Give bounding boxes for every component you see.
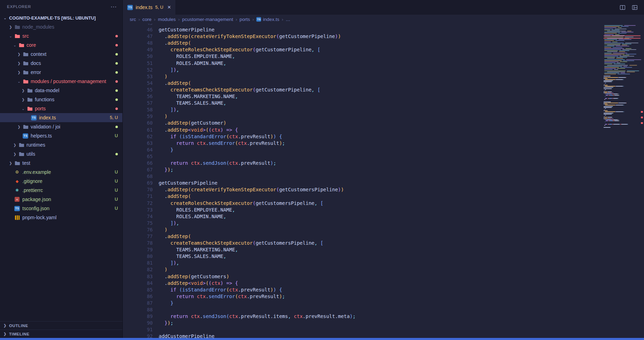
line-number[interactable]: 65 bbox=[123, 153, 159, 160]
line-number[interactable]: 66 bbox=[123, 160, 159, 167]
code-line[interactable]: 91 bbox=[123, 326, 644, 333]
tree-item-pnpm-lock-yaml[interactable]: pnpm-lock.yaml bbox=[0, 213, 122, 222]
more-actions-icon[interactable]: ⋯ bbox=[111, 3, 117, 10]
customize-layout-icon[interactable] bbox=[632, 5, 638, 10]
line-number[interactable]: 75 bbox=[123, 220, 159, 227]
code-line[interactable]: 73 ROLES.EMPLOYEE.NAME, bbox=[123, 207, 644, 213]
line-number[interactable]: 58 bbox=[123, 106, 159, 113]
tree-item-helpers-ts[interactable]: TShelpers.tsU bbox=[0, 131, 122, 140]
line-number[interactable]: 74 bbox=[123, 213, 159, 220]
line-number[interactable]: 81 bbox=[123, 260, 159, 266]
line-number[interactable]: 64 bbox=[123, 147, 159, 153]
tree-item-env-example[interactable]: ⚙.env.exampleU bbox=[0, 168, 122, 177]
code-line[interactable]: 53 ) bbox=[123, 73, 644, 80]
code-line[interactable]: 78 createTeamsCheckStepExecutor(getCusto… bbox=[123, 240, 644, 246]
tree-item-gitignore[interactable]: ◆.gitignoreU bbox=[0, 177, 122, 186]
line-number[interactable]: 83 bbox=[123, 273, 159, 280]
code-line[interactable]: 54 .addStep( bbox=[123, 80, 644, 87]
close-icon[interactable]: × bbox=[167, 4, 171, 11]
code-line[interactable]: 81 ]), bbox=[123, 260, 644, 266]
code-line[interactable]: 47 .addStep(createVerifyTokenStepExecuto… bbox=[123, 33, 644, 40]
line-number[interactable]: 68 bbox=[123, 173, 159, 180]
outline-section-header[interactable]: ❯ OUTLINE bbox=[0, 321, 122, 330]
timeline-section-header[interactable]: ❯ TIMELINE bbox=[0, 330, 122, 338]
line-number[interactable]: 67 bbox=[123, 167, 159, 173]
tree-item-test[interactable]: ❯test bbox=[0, 158, 122, 168]
code-line[interactable]: 76 ) bbox=[123, 227, 644, 233]
tree-item-index-ts[interactable]: TSindex.ts5, U bbox=[0, 113, 122, 122]
code-line[interactable]: 87 } bbox=[123, 300, 644, 306]
line-number[interactable]: 90 bbox=[123, 320, 159, 326]
breadcrumb-item-index-ts[interactable]: TSindex.ts bbox=[256, 17, 279, 22]
line-number[interactable]: 46 bbox=[123, 27, 159, 33]
line-number[interactable]: 91 bbox=[123, 326, 159, 333]
line-number[interactable]: 78 bbox=[123, 240, 159, 246]
breadcrumb-item-core[interactable]: core bbox=[142, 17, 151, 22]
line-number[interactable]: 61 bbox=[123, 127, 159, 133]
line-number[interactable]: 55 bbox=[123, 87, 159, 93]
line-number[interactable]: 53 bbox=[123, 73, 159, 80]
breadcrumb-item-src[interactable]: src bbox=[130, 17, 136, 22]
tree-item-core[interactable]: ⌄core bbox=[0, 40, 122, 50]
code-line[interactable]: 77 .addStep( bbox=[123, 233, 644, 240]
line-number[interactable]: 60 bbox=[123, 120, 159, 126]
line-number[interactable]: 57 bbox=[123, 100, 159, 106]
line-number[interactable]: 62 bbox=[123, 133, 159, 140]
line-number[interactable]: 89 bbox=[123, 313, 159, 320]
code-line[interactable]: 64 } bbox=[123, 147, 644, 153]
tree-item-tsconfig-json[interactable]: TStsconfig.jsonU bbox=[0, 204, 122, 213]
code-line[interactable]: 68 bbox=[123, 173, 644, 180]
line-number[interactable]: 48 bbox=[123, 40, 159, 46]
code-line[interactable]: 50 ROLES.EMPLOYEE.NAME, bbox=[123, 53, 644, 60]
line-number[interactable]: 80 bbox=[123, 253, 159, 260]
line-number[interactable]: 54 bbox=[123, 80, 159, 87]
code-line[interactable]: 62 if (isStandardError(ctx.prevResult)) … bbox=[123, 133, 644, 140]
code-line[interactable]: 71 .addStep( bbox=[123, 193, 644, 200]
tree-item-utils[interactable]: ❯utils bbox=[0, 149, 122, 158]
code-line[interactable]: 84 .addStep<void>((ctx) => { bbox=[123, 280, 644, 287]
code-line[interactable]: 55 createTeamsCheckStepExecutor(getCusto… bbox=[123, 87, 644, 93]
tree-item-error[interactable]: ❯error bbox=[0, 68, 122, 77]
code-line[interactable]: 61 .addStep<void>((ctx) => { bbox=[123, 127, 644, 133]
code-line[interactable]: 90 }); bbox=[123, 320, 644, 326]
code-line[interactable]: 66 return ctx.sendJson(ctx.prevResult); bbox=[123, 160, 644, 167]
line-number[interactable]: 87 bbox=[123, 300, 159, 306]
code-line[interactable]: 69getCustomersPipeline bbox=[123, 180, 644, 186]
line-number[interactable]: 59 bbox=[123, 113, 159, 120]
code-line[interactable]: 58 ]), bbox=[123, 106, 644, 113]
line-number[interactable]: 73 bbox=[123, 207, 159, 213]
code-editor[interactable]: 4546getCustomerPipeline47 .addStep(creat… bbox=[123, 24, 644, 338]
code-line[interactable]: 83 .addStep(getCustomers) bbox=[123, 273, 644, 280]
tree-item-docs[interactable]: ❯docs bbox=[0, 59, 122, 68]
code-line[interactable]: 74 ROLES.ADMIN.NAME, bbox=[123, 213, 644, 220]
code-line[interactable]: 48 .addStep( bbox=[123, 40, 644, 46]
code-line[interactable]: 46getCustomerPipeline bbox=[123, 27, 644, 33]
line-number[interactable]: 52 bbox=[123, 67, 159, 73]
code-line[interactable]: 86 return ctx.sendError(ctx.prevResult); bbox=[123, 293, 644, 300]
code-line[interactable]: 92addCustomerPipeline bbox=[123, 333, 644, 338]
workspace-root-header[interactable]: ⌄ COGNITO-EXAMPLE-TS [WSL: UBUNTU] bbox=[0, 13, 122, 22]
line-number[interactable]: 88 bbox=[123, 306, 159, 313]
breadcrumb-item-pcustomer-management[interactable]: pcustomer-management bbox=[182, 17, 233, 22]
code-line[interactable]: 85 if (isStandardError(ctx.prevResult)) … bbox=[123, 287, 644, 293]
code-line[interactable]: 60 .addStep(getCustomer) bbox=[123, 120, 644, 126]
tree-item-context[interactable]: ❯context bbox=[0, 50, 122, 59]
line-number[interactable]: 77 bbox=[123, 233, 159, 240]
tab-index-ts[interactable]: TS index.ts 5, U × bbox=[123, 0, 175, 15]
line-number[interactable]: 63 bbox=[123, 140, 159, 147]
tree-item-ports[interactable]: ⌄ports bbox=[0, 104, 122, 113]
status-bar[interactable] bbox=[0, 338, 644, 340]
code-line[interactable]: 75 ]), bbox=[123, 220, 644, 227]
code-line[interactable]: 80 TEAMS.SALES.NAME, bbox=[123, 253, 644, 260]
line-number[interactable]: 71 bbox=[123, 193, 159, 200]
line-number[interactable]: 51 bbox=[123, 60, 159, 67]
code-line[interactable]: 88 bbox=[123, 306, 644, 313]
tree-item-functions[interactable]: ❯functions bbox=[0, 95, 122, 104]
code-line[interactable]: 72 createRolesCheckStepExecutor(getCusto… bbox=[123, 200, 644, 207]
tree-item-package-json[interactable]: npackage.jsonU bbox=[0, 195, 122, 204]
line-number[interactable]: 85 bbox=[123, 287, 159, 293]
breadcrumb-item-ports[interactable]: ports bbox=[240, 17, 250, 22]
tree-item-modules-pcustomer-management[interactable]: ⌄modules / pcustomer-management bbox=[0, 77, 122, 86]
line-number[interactable]: 92 bbox=[123, 333, 159, 338]
code-line[interactable]: 65 bbox=[123, 153, 644, 160]
